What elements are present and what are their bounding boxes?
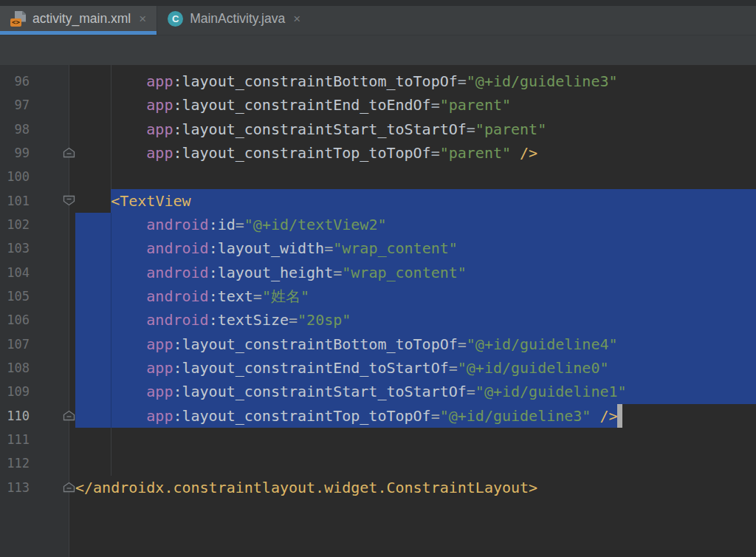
code-area[interactable]: app:layout_constraintBottom_toTopOf="@+i… bbox=[69, 65, 756, 557]
code-line: android:layout_height="wrap_content" bbox=[69, 261, 756, 284]
line-number: 111 bbox=[0, 428, 30, 451]
token-attr: layout_constraintTop_toTopOf bbox=[182, 407, 431, 425]
token-val: "parent" bbox=[440, 144, 511, 162]
editor: 9697989910010110210310410510610710810911… bbox=[0, 65, 756, 557]
token-eq: = bbox=[467, 120, 475, 138]
token-ns: android bbox=[146, 216, 208, 233]
token-sp bbox=[75, 359, 146, 377]
token-eq: = bbox=[236, 216, 244, 233]
line-number: 99 bbox=[0, 141, 30, 165]
token-ns: app bbox=[146, 120, 173, 138]
token-eq: = bbox=[324, 239, 333, 257]
token-eq: = bbox=[458, 72, 467, 90]
token-pc: : bbox=[209, 264, 218, 281]
token-attr: layout_constraintEnd_toEndOf bbox=[182, 96, 431, 114]
code-line: app:layout_constraintTop_toTopOf="parent… bbox=[69, 141, 756, 165]
xml-layout-file-icon: <> bbox=[10, 11, 26, 27]
line-number: 110 bbox=[0, 404, 30, 428]
token-pc: : bbox=[173, 144, 182, 162]
token-eq: = bbox=[333, 264, 342, 281]
token-attr: layout_constraintEnd_toStartOf bbox=[182, 359, 449, 377]
token-attr: layout_constraintStart_toStartOf bbox=[182, 120, 467, 138]
code-line: app:layout_constraintEnd_toStartOf="@+id… bbox=[69, 356, 756, 380]
token-tag: /> bbox=[599, 407, 617, 425]
token-ns: app bbox=[146, 359, 173, 377]
code-line: <TextView bbox=[69, 189, 756, 213]
tab-activity-main-xml[interactable]: <> activity_main.xml × bbox=[0, 6, 157, 35]
token-ns: app bbox=[146, 335, 173, 353]
line-number: 108 bbox=[0, 356, 30, 380]
code-line: android:text="姓名" bbox=[69, 284, 756, 308]
line-number: 97 bbox=[0, 93, 30, 117]
token-eq: = bbox=[449, 359, 458, 377]
token-sp bbox=[75, 407, 146, 425]
text-caret bbox=[617, 404, 622, 428]
token-sp bbox=[511, 144, 520, 162]
indent-guide bbox=[111, 428, 111, 476]
token-pc: : bbox=[173, 335, 182, 353]
line-number: 106 bbox=[0, 308, 30, 332]
token-ns: android bbox=[146, 239, 208, 257]
code-line: app:layout_constraintEnd_toEndOf="parent… bbox=[69, 93, 756, 117]
tab-main-activity-java[interactable]: C MainActivity.java × bbox=[157, 6, 311, 35]
token-attr: layout_width bbox=[218, 239, 325, 257]
line-number: 107 bbox=[0, 332, 30, 356]
line-number: 109 bbox=[0, 380, 30, 403]
line-number: 104 bbox=[0, 261, 30, 284]
token-attr: layout_constraintStart_toStartOf bbox=[182, 383, 467, 400]
token-sp bbox=[75, 383, 146, 400]
token-eq: = bbox=[431, 144, 440, 162]
line-number: 113 bbox=[0, 476, 30, 499]
token-pc: : bbox=[173, 72, 182, 90]
token-tag: <TextView bbox=[111, 192, 190, 210]
token-pc: : bbox=[173, 96, 182, 114]
java-class-icon: C bbox=[168, 11, 183, 27]
token-val: "wrap_content" bbox=[333, 239, 458, 257]
token-sp bbox=[75, 144, 146, 162]
token-attr: id bbox=[218, 216, 236, 233]
token-ns: app bbox=[146, 96, 173, 114]
token-sp bbox=[75, 96, 146, 114]
token-ns: app bbox=[146, 383, 173, 400]
token-pc: : bbox=[173, 407, 182, 425]
token-sp bbox=[75, 264, 146, 281]
code-line: app:layout_constraintStart_toStartOf="@+… bbox=[69, 380, 756, 403]
token-val: "姓名" bbox=[262, 287, 309, 305]
ide-window: <> activity_main.xml × C MainActivity.ja… bbox=[0, 0, 756, 557]
token-pc: : bbox=[173, 120, 182, 138]
token-sp bbox=[75, 239, 146, 257]
token-sp bbox=[75, 216, 146, 233]
token-val: "@+id/guideline1" bbox=[475, 383, 627, 400]
close-icon[interactable]: × bbox=[137, 13, 148, 25]
navigation-bar-strip bbox=[0, 35, 756, 65]
token-attr: layout_constraintTop_toTopOf bbox=[182, 144, 431, 162]
token-pc: : bbox=[209, 216, 218, 233]
token-sp bbox=[75, 120, 146, 138]
token-pc: : bbox=[173, 359, 182, 377]
token-ns: app bbox=[146, 144, 173, 162]
token-sp bbox=[75, 311, 146, 329]
line-number: 96 bbox=[0, 69, 30, 93]
token-eq: = bbox=[467, 383, 475, 400]
token-attr: layout_height bbox=[218, 264, 334, 281]
tab-label: MainActivity.java bbox=[190, 11, 285, 27]
token-pc: : bbox=[173, 383, 182, 400]
code-line: app:layout_constraintStart_toStartOf="pa… bbox=[69, 117, 756, 141]
token-attr: text bbox=[218, 287, 253, 305]
token-eq: = bbox=[431, 407, 440, 425]
close-icon[interactable]: × bbox=[292, 13, 302, 25]
token-pc: : bbox=[209, 287, 218, 305]
token-val: "@+id/guideline0" bbox=[458, 359, 609, 377]
token-eq: = bbox=[431, 96, 440, 114]
token-sp bbox=[591, 407, 599, 425]
line-number: 112 bbox=[0, 451, 30, 475]
token-tag: /> bbox=[520, 144, 537, 162]
token-val: "@+id/guideline4" bbox=[467, 335, 618, 353]
gutter[interactable]: 9697989910010110210310410510610710810911… bbox=[0, 65, 69, 557]
line-number: 98 bbox=[0, 117, 30, 141]
token-val: "wrap_content" bbox=[342, 264, 467, 281]
token-eq: = bbox=[289, 311, 298, 329]
code-line: android:layout_width="wrap_content" bbox=[69, 236, 756, 260]
token-attr: layout_constraintBottom_toTopOf bbox=[182, 335, 458, 353]
token-pc: : bbox=[209, 311, 218, 329]
